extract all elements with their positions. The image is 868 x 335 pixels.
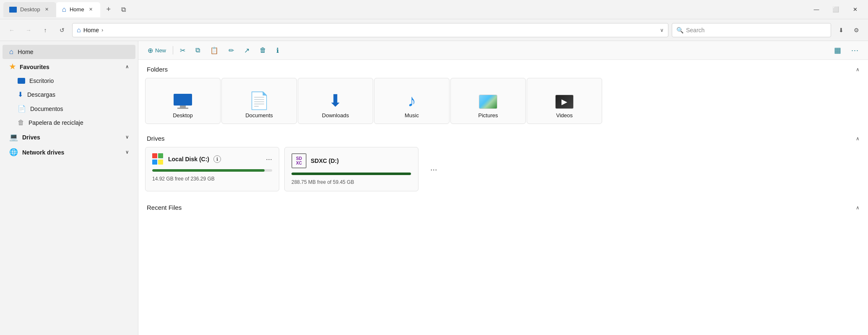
drives-content-label: Drives bbox=[147, 135, 165, 142]
copy-icon: ⧉ bbox=[195, 46, 200, 54]
folder-pictures-label: Pictures bbox=[478, 112, 498, 119]
address-box[interactable]: ⌂ Home › ∨ bbox=[72, 23, 668, 37]
recent-files-collapse-button[interactable]: ∧ bbox=[856, 205, 860, 211]
minimize-button[interactable]: — bbox=[807, 3, 826, 16]
drive-d-info: SDXC (D:) bbox=[311, 157, 339, 164]
sidebar-item-escritorio[interactable]: Escritorio bbox=[3, 75, 135, 87]
star-icon: ★ bbox=[9, 62, 16, 71]
sidebar-item-papelera[interactable]: 🗑 Papelera de reciclaje bbox=[3, 116, 135, 129]
paste-icon: 📋 bbox=[210, 46, 218, 54]
drive-c-bar-wrap bbox=[152, 169, 272, 172]
drives-chevron: ∨ bbox=[125, 134, 129, 140]
documentos-icon: 📄 bbox=[18, 105, 26, 113]
drive-d-header: SD XC SDXC (D:) bbox=[291, 153, 411, 168]
folder-desktop[interactable]: Desktop bbox=[145, 78, 221, 124]
tab-desktop-label: Desktop bbox=[20, 6, 40, 13]
more-button[interactable]: ··· bbox=[847, 44, 863, 57]
address-dropdown-chevron[interactable]: ∨ bbox=[660, 27, 664, 33]
share-button[interactable]: ↗ bbox=[240, 44, 254, 57]
folder-desktop-label: Desktop bbox=[173, 112, 193, 119]
new-tab-button[interactable]: + bbox=[102, 3, 115, 16]
more-icon: ··· bbox=[851, 46, 859, 55]
folder-pictures[interactable]: Pictures bbox=[450, 78, 526, 124]
folder-music[interactable]: ♪ Music bbox=[374, 78, 450, 124]
tab-desktop-close[interactable]: ✕ bbox=[44, 6, 50, 13]
toolbar: ⊕ New ✂ ⧉ 📋 ✏ ↗ 🗑 ℹ bbox=[138, 41, 868, 60]
sidebar-home-label: Home bbox=[18, 49, 33, 55]
tab-home-label: Home bbox=[70, 6, 84, 13]
folder-videos-label: Videos bbox=[556, 112, 573, 119]
folder-downloads[interactable]: ⬇ Downloads bbox=[298, 78, 373, 124]
drives-more-button[interactable]: ··· bbox=[426, 162, 442, 176]
drive-c-info-button[interactable]: ℹ bbox=[213, 155, 221, 163]
drive-d[interactable]: SD XC SDXC (D:) 288.75 MB free of 59.45 … bbox=[284, 147, 418, 191]
download-button[interactable]: ⬇ bbox=[834, 23, 848, 37]
tab-home-close[interactable]: ✕ bbox=[88, 6, 94, 13]
new-button[interactable]: ⊕ New bbox=[143, 44, 170, 57]
drive-c-icon bbox=[152, 153, 164, 165]
desktop-folder-icon bbox=[174, 94, 192, 109]
toolbar-right: ▦ ··· bbox=[830, 44, 863, 57]
sidebar: ⌂ Home ★ Favourites ∧ Escritorio ⬇ Desca… bbox=[0, 41, 138, 335]
network-icon: 🌐 bbox=[9, 148, 18, 157]
sidebar-section-drives[interactable]: 💻 Drives ∨ bbox=[3, 130, 135, 144]
drive-c-free: 14.92 GB free of 236.29 GB bbox=[152, 176, 272, 182]
address-bar-row: ← → ↑ ↺ ⌂ Home › ∨ 🔍 Search ⬇ ⚙ bbox=[0, 19, 868, 41]
cut-button[interactable]: ✂ bbox=[176, 44, 190, 57]
folder-documents-label: Documents bbox=[245, 112, 273, 119]
sidebar-item-descargas[interactable]: ⬇ Descargas bbox=[3, 88, 135, 101]
pictures-folder-icon bbox=[479, 95, 497, 109]
documents-folder-icon: 📄 bbox=[249, 92, 270, 109]
folder-videos[interactable]: ▶ Videos bbox=[527, 78, 602, 124]
drive-c-name: Local Disk (C:) bbox=[168, 156, 209, 162]
sidebar-item-home[interactable]: ⌂ Home bbox=[3, 45, 135, 59]
drive-c-more-button[interactable]: ··· bbox=[266, 155, 272, 164]
paste-button[interactable]: 📋 bbox=[206, 44, 223, 57]
sidebar-descargas-label: Descargas bbox=[27, 91, 55, 98]
drives-collapse-button[interactable]: ∧ bbox=[856, 136, 860, 142]
back-button[interactable]: ← bbox=[5, 23, 18, 37]
network-chevron: ∨ bbox=[125, 149, 129, 155]
folder-documents[interactable]: 📄 Documents bbox=[221, 78, 297, 124]
tab-home[interactable]: ⌂ Home ✕ bbox=[56, 2, 100, 17]
duplicate-window-button[interactable]: ⧉ bbox=[117, 3, 130, 16]
rename-button[interactable]: ✏ bbox=[224, 44, 238, 57]
drive-d-icon: SD XC bbox=[291, 153, 307, 168]
delete-button[interactable]: 🗑 bbox=[255, 44, 270, 56]
sidebar-section-network[interactable]: 🌐 Network drives ∨ bbox=[3, 145, 135, 160]
recent-files-label: Recent Files bbox=[147, 204, 182, 211]
music-folder-icon: ♪ bbox=[408, 92, 416, 109]
content-area: ⊕ New ✂ ⧉ 📋 ✏ ↗ 🗑 ℹ bbox=[138, 41, 868, 335]
desktop-tab-icon bbox=[9, 7, 17, 13]
sidebar-documentos-label: Documentos bbox=[30, 106, 63, 112]
title-bar: Desktop ✕ ⌂ Home ✕ + ⧉ — ⬜ ✕ bbox=[0, 0, 868, 19]
drives-more-outer: ··· bbox=[424, 147, 444, 191]
info-button[interactable]: ℹ bbox=[272, 44, 283, 57]
drive-c[interactable]: Local Disk (C:) ℹ ··· 14.92 GB free of 2… bbox=[145, 147, 279, 191]
toolbar-separator-1 bbox=[173, 46, 173, 54]
settings-button[interactable]: ⚙ bbox=[850, 23, 863, 37]
sidebar-section-favourites[interactable]: ★ Favourites ∧ bbox=[3, 59, 135, 74]
folders-grid: Desktop 📄 Documents ⬇ Downloads ♪ Music … bbox=[138, 76, 868, 129]
maximize-button[interactable]: ⬜ bbox=[826, 3, 845, 16]
folders-collapse-button[interactable]: ∧ bbox=[856, 67, 860, 72]
drive-d-free: 288.75 MB free of 59.45 GB bbox=[291, 179, 411, 185]
window-controls: — ⬜ ✕ bbox=[807, 3, 865, 16]
copy-button[interactable]: ⧉ bbox=[191, 44, 204, 56]
drive-c-header: Local Disk (C:) ℹ ··· bbox=[152, 153, 272, 165]
info-icon: ℹ bbox=[276, 46, 279, 54]
tab-desktop[interactable]: Desktop ✕ bbox=[3, 2, 56, 17]
refresh-button[interactable]: ↺ bbox=[55, 23, 69, 37]
new-icon: ⊕ bbox=[148, 46, 153, 54]
up-button[interactable]: ↑ bbox=[39, 23, 52, 37]
downloads-folder-icon: ⬇ bbox=[328, 92, 343, 109]
close-button[interactable]: ✕ bbox=[845, 3, 865, 16]
search-box[interactable]: 🔍 Search bbox=[672, 23, 831, 37]
drives-grid: Local Disk (C:) ℹ ··· 14.92 GB free of 2… bbox=[138, 145, 868, 198]
drive-d-name: SDXC (D:) bbox=[311, 157, 339, 164]
sidebar-item-documentos[interactable]: 📄 Documentos bbox=[3, 102, 135, 116]
view-button[interactable]: ▦ bbox=[830, 44, 845, 57]
forward-button[interactable]: → bbox=[22, 23, 35, 37]
videos-folder-icon: ▶ bbox=[555, 95, 574, 109]
drive-c-bar bbox=[152, 169, 265, 172]
